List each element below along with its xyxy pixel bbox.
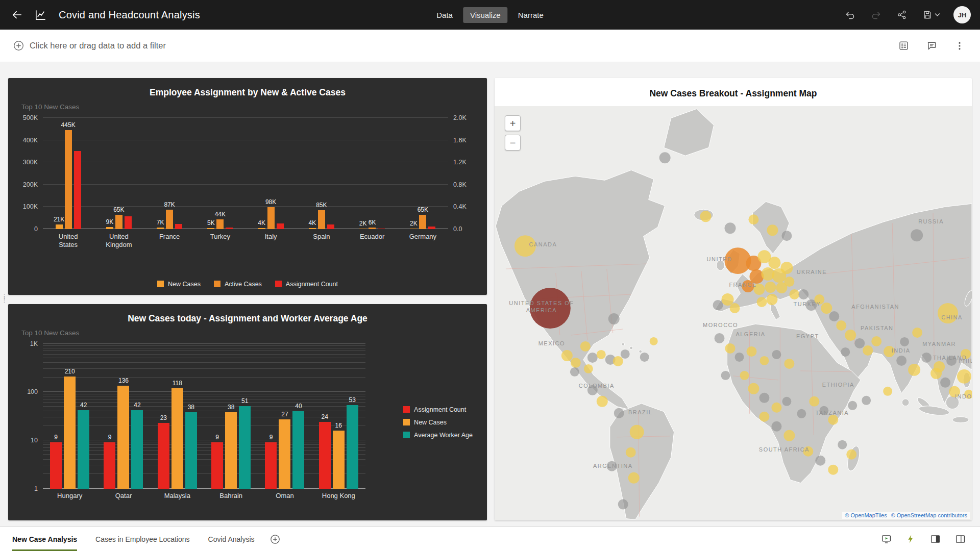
bar-assignment-count[interactable] bbox=[277, 223, 284, 229]
map-bubble[interactable] bbox=[722, 293, 734, 306]
map-bubble[interactable] bbox=[841, 347, 850, 357]
data-settings-button[interactable] bbox=[896, 38, 911, 53]
tab-narrate[interactable]: Narrate bbox=[511, 7, 551, 23]
map-bubble[interactable] bbox=[713, 300, 723, 310]
map-bubble[interactable] bbox=[940, 378, 950, 388]
map-bubble[interactable] bbox=[746, 346, 756, 357]
bar-active-cases[interactable]: 85K bbox=[318, 210, 325, 229]
zoom-in-button[interactable]: + bbox=[505, 115, 521, 131]
bar-active-cases[interactable]: 65K bbox=[419, 215, 426, 229]
map-bubble[interactable] bbox=[721, 371, 730, 380]
map-bubble[interactable] bbox=[766, 294, 777, 305]
bar-assignment-count[interactable] bbox=[175, 224, 182, 229]
legend-item[interactable]: Assignment Count bbox=[403, 406, 473, 413]
bar-new-cases[interactable]: 210 bbox=[64, 377, 76, 489]
openstreetmap-link[interactable]: © OpenStreetMap contributors bbox=[891, 512, 967, 518]
map-bubble[interactable] bbox=[821, 303, 832, 314]
map-bubble[interactable] bbox=[561, 350, 573, 361]
bar-assignment-count[interactable]: 23 bbox=[158, 423, 169, 489]
map-bubble[interactable] bbox=[626, 447, 636, 458]
bar-new-cases[interactable]: 4K bbox=[309, 228, 316, 229]
map-bubble[interactable] bbox=[789, 289, 799, 299]
bar-new-cases[interactable]: 136 bbox=[117, 386, 129, 489]
layout-right-panel-button[interactable] bbox=[928, 532, 943, 546]
map-bubble[interactable] bbox=[957, 369, 971, 384]
map-bubble[interactable] bbox=[828, 415, 838, 425]
map-bubble[interactable] bbox=[759, 393, 769, 403]
canvas-tab-cases-in-employee-locations[interactable]: Cases in Employee Locations bbox=[95, 527, 189, 551]
map-bubble[interactable] bbox=[845, 330, 856, 341]
map-bubble[interactable] bbox=[760, 356, 769, 365]
add-filter-target[interactable]: Click here or drag data to add a filter bbox=[13, 40, 166, 51]
map-bubble[interactable] bbox=[921, 353, 932, 363]
tab-visualize[interactable]: Visualize bbox=[463, 7, 508, 23]
bar-assignment-count[interactable] bbox=[226, 228, 233, 229]
more-options-button[interactable] bbox=[952, 39, 967, 53]
map-bubble[interactable] bbox=[756, 297, 767, 307]
legend-item[interactable]: Active Cases bbox=[214, 281, 262, 288]
map-bubble[interactable] bbox=[896, 356, 906, 366]
map-bubble[interactable] bbox=[772, 350, 781, 359]
bar-new-cases[interactable]: 9K bbox=[106, 227, 113, 229]
bar-average-worker-age[interactable]: 40 bbox=[292, 411, 304, 489]
bar-active-cases[interactable]: 44K bbox=[216, 219, 224, 229]
bar-new-cases[interactable]: 27 bbox=[279, 419, 290, 489]
refresh-data-button[interactable] bbox=[904, 532, 918, 546]
legend-item[interactable]: Average Worker Age bbox=[403, 432, 473, 439]
bar-new-cases[interactable]: 5K bbox=[207, 228, 214, 229]
bar-new-cases[interactable]: 2K bbox=[410, 229, 417, 229]
avatar[interactable]: JH bbox=[953, 6, 971, 23]
map-bubble[interactable] bbox=[734, 353, 744, 362]
map-bubble[interactable] bbox=[828, 465, 838, 475]
map-bubble[interactable] bbox=[854, 338, 865, 348]
map-bubble[interactable] bbox=[809, 396, 819, 407]
bar-average-worker-age[interactable]: 51 bbox=[239, 406, 251, 489]
map-bubble[interactable] bbox=[883, 387, 892, 396]
legend-item[interactable]: Assignment Count bbox=[275, 281, 338, 288]
present-button[interactable] bbox=[879, 532, 894, 546]
map-bubble[interactable] bbox=[783, 430, 795, 441]
map-bubble[interactable] bbox=[771, 421, 781, 432]
map-bubble[interactable] bbox=[798, 289, 808, 299]
map-bubble[interactable] bbox=[597, 350, 606, 359]
map-bubble[interactable] bbox=[748, 214, 758, 224]
redo-button[interactable] bbox=[869, 8, 884, 22]
map-bubble[interactable] bbox=[613, 356, 623, 366]
map-bubble[interactable] bbox=[900, 337, 909, 346]
map-bubble[interactable] bbox=[765, 282, 776, 293]
map-bubble[interactable] bbox=[740, 371, 749, 380]
map-bubble[interactable] bbox=[767, 224, 778, 236]
map-bubble[interactable] bbox=[571, 358, 581, 368]
bar-active-cases[interactable]: 6K bbox=[369, 228, 376, 229]
map-bubble[interactable] bbox=[659, 152, 671, 163]
add-canvas-button[interactable] bbox=[270, 527, 280, 551]
map-bubble[interactable] bbox=[846, 449, 856, 460]
bar-assignment-count[interactable] bbox=[74, 151, 81, 229]
viz-map-panel[interactable]: New Cases Breakout - Assignment Map bbox=[495, 78, 972, 520]
bar-average-worker-age[interactable]: 53 bbox=[347, 405, 358, 488]
map-bubble[interactable] bbox=[614, 408, 624, 418]
bar-new-cases[interactable]: 21K bbox=[56, 224, 63, 229]
map-bubble[interactable] bbox=[608, 313, 620, 324]
bar-new-cases[interactable]: 118 bbox=[172, 388, 183, 488]
map-bubble[interactable] bbox=[628, 472, 640, 484]
map-bubble[interactable] bbox=[640, 353, 649, 362]
map-bubble[interactable] bbox=[630, 425, 644, 439]
map-bubble[interactable] bbox=[700, 211, 712, 222]
map-bubble[interactable] bbox=[871, 336, 881, 346]
canvas-tab-new-case-analysis[interactable]: New Case Analysis bbox=[12, 527, 77, 551]
bar-assignment-count[interactable]: 24 bbox=[319, 422, 331, 489]
map-bubble[interactable] bbox=[829, 311, 839, 321]
map-bubble[interactable] bbox=[908, 364, 920, 376]
map-bubble[interactable] bbox=[784, 277, 794, 287]
map-bubble[interactable] bbox=[782, 397, 791, 406]
map-bubble[interactable] bbox=[748, 383, 759, 394]
bar-assignment-count[interactable] bbox=[327, 224, 334, 229]
map-bubble[interactable] bbox=[838, 440, 847, 449]
bar-assignment-count[interactable] bbox=[378, 229, 385, 229]
zoom-out-button[interactable]: − bbox=[505, 135, 521, 151]
map-bubble[interactable] bbox=[863, 345, 873, 356]
bar-assignment-count[interactable]: 9 bbox=[50, 442, 62, 488]
viz-new-cases-today-panel[interactable]: New Cases today - Assignment and Worker … bbox=[8, 304, 487, 521]
map-bubble[interactable] bbox=[780, 262, 793, 274]
